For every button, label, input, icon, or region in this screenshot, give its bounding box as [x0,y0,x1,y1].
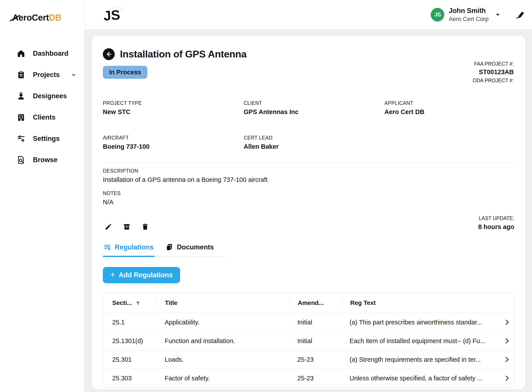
table-row[interactable]: 25.303 Factor of safety. 25-23 Unless ot… [103,369,514,387]
tab-label: Regulations [115,243,153,251]
sidebar-item-label: Browse [33,156,57,164]
chevron-down-icon [71,72,77,78]
main-column: JS JS John Smith Aero Cert Corp [85,0,532,392]
project-fields: PROJECT TYPE New STC CLIENT GPS Antennas… [103,100,514,150]
add-regulations-button[interactable]: + Add Regulations [103,267,180,283]
header-reg-text[interactable]: Reg Text [342,299,500,306]
signature-icon[interactable] [516,10,526,19]
tab-label: Documents [177,243,214,251]
trash-icon [141,223,149,231]
sidebar-nav: Dashboard Projects Designees [0,43,84,170]
header-section[interactable]: Secti... [103,299,156,306]
header-section-label: Secti... [112,299,132,306]
last-update-label: LAST UPDATE: [478,215,514,221]
settings-icon [17,134,25,143]
project-card: Installation of GPS Antenna In Process F… [92,36,525,389]
status-badge: In Process [103,66,147,79]
add-regulations-label: Add Regulations [119,271,173,279]
chevron-right-icon [500,374,514,382]
table-row[interactable]: 25.1301(d) Function and installation. In… [103,331,514,350]
sidebar-item-label: Designees [33,92,67,100]
field-value: Allen Baker [244,143,384,150]
field-label: PROJECT TYPE [103,100,244,106]
header-amendment[interactable]: Amend... [290,299,342,306]
user-org: Aero Cert Corp [449,16,489,23]
back-button[interactable] [103,48,115,60]
caret-down-icon [494,11,501,18]
cell-section: 25.303 [103,375,156,382]
sidebar-item-clients[interactable]: Clients [0,107,84,128]
cell-reg-text: Each item of installed equipment must-- … [342,337,500,345]
sidebar-item-label: Settings [33,135,60,143]
pencil-icon [105,223,112,231]
chevron-right-icon [500,356,514,364]
field-project-type: PROJECT TYPE New STC [103,100,244,116]
arrow-up-icon [135,300,141,306]
brand-logo: JS [101,5,124,25]
sidebar-item-designees[interactable]: Designees [0,85,84,107]
field-label: CERT LEAD [244,135,384,141]
oda-project-label: ODA PROJECT #: [473,78,514,84]
archive-button[interactable] [123,223,130,231]
notes-value: N/A [103,199,514,206]
regulations-table: Secti... Title Amend... Reg Text [103,293,514,388]
tab-regulations[interactable]: Regulations [103,241,155,257]
plus-icon: + [110,271,115,279]
table-row[interactable]: 25.301 Loads. 25-23 (a) Strength require… [103,350,514,369]
header-title[interactable]: Title [156,299,290,306]
cell-section: 25.1301(d) [103,337,156,345]
app-logo-text: AeroCert [12,13,49,23]
tabs: Regulations Documents [103,241,227,257]
sidebar-item-projects[interactable]: Projects [0,64,84,85]
cell-title: Loads. [156,356,289,363]
chevron-right-icon [500,318,514,326]
regulations-icon [103,243,111,251]
cell-amendment: 25-23 [289,375,342,382]
tab-documents[interactable]: Documents [165,241,215,257]
sidebar-item-label: Dashboard [33,50,68,57]
divider [103,162,514,162]
table-row[interactable]: 25.1 Applicability. Initial (a) This par… [103,313,514,331]
clipboard-icon [17,70,25,79]
sidebar-item-settings[interactable]: Settings [0,128,84,149]
cell-title: Factor of safety. [156,375,289,382]
notes-label: NOTES [103,190,514,196]
designee-icon [17,92,25,100]
sidebar-item-browse[interactable]: Browse [0,149,84,170]
arrow-left-icon [105,51,112,58]
sidebar-item-label: Projects [33,71,60,79]
edit-button[interactable] [105,223,112,231]
cell-reg-text: (a) This part prescribes airworthiness s… [342,319,500,326]
cell-amendment: Initial [289,337,342,345]
field-label: CLIENT [244,100,384,106]
building-icon [17,113,25,122]
app-logo-suffix: DB [49,13,61,22]
documents-icon [165,243,173,251]
chevron-right-icon [500,337,514,345]
faa-project-label: FAA PROJECT #: [473,61,514,67]
field-value: GPS Antennas Inc [244,108,384,116]
brand-logo-text: JS [103,7,120,23]
sidebar: AeroCertDB Dashboard Projects [0,0,85,392]
cell-amendment: 25-23 [289,356,342,363]
sidebar-item-dashboard[interactable]: Dashboard [0,43,84,64]
field-client: CLIENT GPS Antennas Inc [244,100,384,116]
field-cert-lead: CERT LEAD Allen Baker [244,135,384,150]
cell-reg-text: (a) Strength requirements are specified … [342,356,500,363]
app-logo: AeroCertDB [0,13,84,23]
cell-title: Applicability. [156,319,289,326]
field-label: AIRCRAFT [103,135,244,141]
app-root: AeroCertDB Dashboard Projects [0,0,532,392]
cell-title: Function and installation. [156,337,289,345]
field-applicant: APPLICANT Aero Cert DB [384,100,514,116]
last-update-value: 8 hours ago [478,223,514,231]
delete-button[interactable] [141,223,149,231]
user-menu[interactable]: JS John Smith Aero Cert Corp [431,7,501,23]
field-value: Aero Cert DB [384,108,514,116]
field-label: APPLICANT [384,100,514,106]
content-area: Installation of GPS Antenna In Process F… [85,29,532,392]
faa-project-number: ST00123AB [473,68,514,76]
page-title: Installation of GPS Antenna [120,48,246,60]
browse-icon [17,155,25,164]
archive-icon [123,223,130,231]
